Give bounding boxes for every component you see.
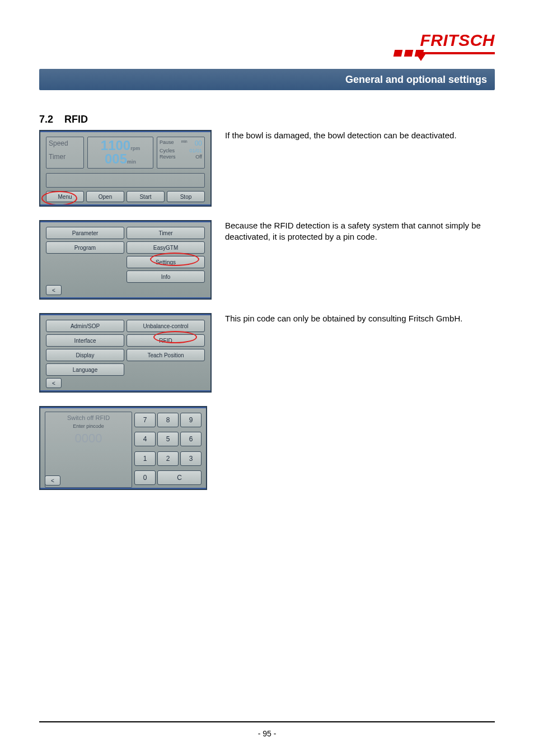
key-clear[interactable]: C [157,470,202,485]
value-timer: 005 [105,151,127,166]
value-speed: 1100 [101,138,130,153]
settings-button[interactable]: Settings [127,256,205,268]
value-cycles: 01/01 [189,148,202,153]
unbalance-button[interactable]: Unbalance-control [127,320,205,332]
stop-button[interactable]: Stop [167,191,205,202]
brand-logo: FRITSCH [39,31,495,62]
brand-wordmark: FRITSCH [383,31,495,50]
key-5[interactable]: 5 [157,432,179,446]
pinpad-value: 0000 [75,431,102,446]
label-revers: Revers [160,154,176,160]
device-screenshot-settings: Admin/SOP Unbalance-control Interface RF… [39,313,212,393]
menu-button[interactable]: Menu [46,191,84,202]
section-banner: General and optional settings [39,69,495,90]
key-6[interactable]: 6 [180,432,202,446]
label-cycles: Cycles [160,148,175,153]
teach-position-button[interactable]: Teach Position [127,349,205,361]
open-button[interactable]: Open [86,191,124,202]
device-screenshot-pinpad: Switch off RFID Enter pincode 0000 7 8 9… [39,406,207,490]
timer-button[interactable]: Timer [127,227,205,239]
label-speed: Speed [49,139,81,147]
parameter-button[interactable]: Parameter [46,227,124,239]
section-number: 7.2 [39,114,62,125]
paragraph-3: This pin code can only be obtained by co… [225,313,495,324]
program-button[interactable]: Program [46,241,124,254]
footer-rule [39,721,495,722]
language-button[interactable]: Language [46,363,124,376]
key-8[interactable]: 8 [157,413,179,427]
paragraph-2: Because the RFID detection is a safety s… [225,220,495,243]
key-9[interactable]: 9 [180,413,202,427]
value-pause: 00 [195,139,202,147]
back-button[interactable]: < [46,378,62,388]
unit-timer: min [127,159,136,165]
key-7[interactable]: 7 [134,413,156,427]
key-1[interactable]: 1 [134,451,156,466]
back-button[interactable]: < [46,285,62,295]
section-heading: 7.2 RFID [39,114,495,125]
info-button[interactable]: Info [127,270,205,283]
page-number: - 95 - [0,729,534,738]
admin-sop-button[interactable]: Admin/SOP [46,320,124,332]
key-0[interactable]: 0 [134,470,156,485]
unit-speed: rpm [130,146,140,151]
value-revers: Off [195,154,202,160]
back-button[interactable]: < [45,475,60,486]
section-banner-title: General and optional settings [345,74,487,86]
section-title: RFID [64,114,88,125]
interface-button[interactable]: Interface [46,334,124,347]
paragraph-1: If the bowl is damaged, the bowl detecti… [225,130,495,141]
key-4[interactable]: 4 [134,432,156,446]
key-2[interactable]: 2 [157,451,179,466]
pinpad-prompt: Enter pincode [73,423,104,429]
label-timer: Timer [49,153,81,161]
display-button[interactable]: Display [46,349,124,361]
device-screenshot-home: Speed Timer 1100rpm 005min Pause min 00 … [39,130,212,207]
easygtm-button[interactable]: EasyGTM [127,241,205,254]
device-screenshot-menu: Parameter Timer Program EasyGTM Settings… [39,220,212,300]
key-3[interactable]: 3 [180,451,202,466]
label-pause: Pause [160,139,174,147]
pinpad-title: Switch off RFID [67,414,110,421]
rfid-button[interactable]: RFID [127,334,205,347]
unit-pause: min [181,139,187,147]
start-button[interactable]: Start [127,191,165,202]
